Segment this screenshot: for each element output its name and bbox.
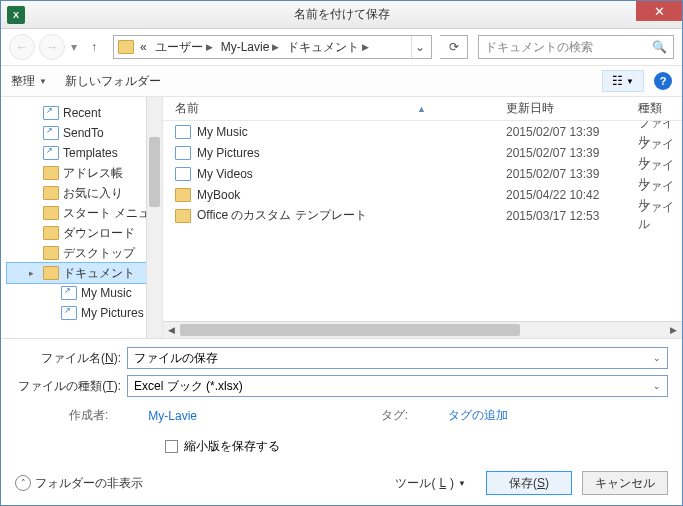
shortcut-icon <box>175 167 191 181</box>
tree-item[interactable]: Templates <box>7 143 162 163</box>
up-button[interactable]: ↑ <box>83 36 105 58</box>
folder-icon <box>43 206 59 220</box>
tree-item-label: SendTo <box>63 126 104 140</box>
tree-item[interactable]: ダウンロード <box>7 223 162 243</box>
file-name: My Music <box>197 125 248 139</box>
folder-icon <box>118 40 134 54</box>
address-dropdown[interactable]: ⌄ <box>411 36 427 58</box>
file-name: My Videos <box>197 167 253 181</box>
toolbar: 整理▼ 新しいフォルダー ☷▼ ? <box>1 65 682 97</box>
tree-item-label: My Music <box>81 286 132 300</box>
hide-folders-button[interactable]: ˄ フォルダーの非表示 <box>15 475 143 492</box>
tree-item[interactable]: My Pictures <box>7 303 162 323</box>
shortcut-icon <box>43 106 59 120</box>
help-button[interactable]: ? <box>654 72 672 90</box>
window-title: 名前を付けて保存 <box>1 6 682 23</box>
breadcrumb-item[interactable]: My-Lavie▶ <box>219 40 282 54</box>
history-dropdown[interactable]: ▾ <box>71 40 77 54</box>
file-date: 2015/03/17 12:53 <box>506 209 638 223</box>
column-date[interactable]: 更新日時 <box>506 100 638 117</box>
tree-item-label: My Pictures <box>81 306 144 320</box>
folder-icon <box>175 188 191 202</box>
file-date: 2015/02/07 13:39 <box>506 167 638 181</box>
tag-value[interactable]: タグの追加 <box>448 407 508 424</box>
tree-item[interactable]: お気に入り <box>7 183 162 203</box>
save-as-dialog: X 名前を付けて保存 ✕ ← → ▾ ↑ « ユーザー▶ My-Lavie▶ ド… <box>0 0 683 506</box>
tree-item[interactable]: デスクトップ <box>7 243 162 263</box>
file-row[interactable]: My Videos2015/02/07 13:39ファイル <box>163 163 682 184</box>
file-row[interactable]: My Pictures2015/02/07 13:39ファイル <box>163 142 682 163</box>
horizontal-scrollbar[interactable]: ◀ ▶ <box>163 321 682 338</box>
folder-icon <box>175 209 191 223</box>
forward-button[interactable]: → <box>39 34 65 60</box>
search-input[interactable]: ドキュメントの検索 🔍 <box>478 35 674 59</box>
author-label: 作成者: <box>69 407 108 424</box>
excel-icon: X <box>7 6 25 24</box>
scrollbar-thumb[interactable] <box>180 324 520 336</box>
folder-tree[interactable]: RecentSendToTemplatesアドレス帳お気に入りスタート メニュー… <box>1 97 163 338</box>
new-folder-button[interactable]: 新しいフォルダー <box>65 73 161 90</box>
folder-icon <box>43 186 59 200</box>
close-button[interactable]: ✕ <box>636 1 682 21</box>
tree-scrollbar[interactable] <box>146 97 162 338</box>
bottom-bar: ˄ フォルダーの非表示 ツール(L) ▼ 保存(S) キャンセル <box>1 467 682 505</box>
column-headers[interactable]: 名前▲ 更新日時 種類 <box>163 97 682 121</box>
filename-label: ファイル名(N): <box>15 350 121 367</box>
tree-item[interactable]: アドレス帳 <box>7 163 162 183</box>
folder-icon <box>43 266 59 280</box>
tree-item-label: お気に入り <box>63 185 123 202</box>
author-value[interactable]: My-Lavie <box>148 409 197 423</box>
tree-item[interactable]: My Music <box>7 283 162 303</box>
file-row[interactable]: MyBook2015/04/22 10:42ファイル <box>163 184 682 205</box>
tree-item[interactable]: SendTo <box>7 123 162 143</box>
shortcut-icon <box>43 146 59 160</box>
file-list[interactable]: My Music2015/02/07 13:39ファイルMy Pictures2… <box>163 121 682 321</box>
file-date: 2015/02/07 13:39 <box>506 146 638 160</box>
scrollbar-thumb[interactable] <box>149 137 160 207</box>
organize-menu[interactable]: 整理▼ <box>11 73 47 90</box>
back-button[interactable]: ← <box>9 34 35 60</box>
tree-item[interactable]: Recent <box>7 103 162 123</box>
folder-icon <box>43 166 59 180</box>
tree-item[interactable]: スタート メニュー <box>7 203 162 223</box>
thumbnail-label[interactable]: 縮小版を保存する <box>184 438 280 455</box>
scroll-right-icon[interactable]: ▶ <box>665 322 682 339</box>
file-pane: 名前▲ 更新日時 種類 My Music2015/02/07 13:39ファイル… <box>163 97 682 338</box>
folder-icon <box>43 226 59 240</box>
file-row[interactable]: My Music2015/02/07 13:39ファイル <box>163 121 682 142</box>
address-bar[interactable]: « ユーザー▶ My-Lavie▶ ドキュメント▶ ⌄ <box>113 35 432 59</box>
file-name: Office のカスタム テンプレート <box>197 207 367 224</box>
folder-icon <box>43 246 59 260</box>
explorer-body: RecentSendToTemplatesアドレス帳お気に入りスタート メニュー… <box>1 97 682 338</box>
shortcut-icon <box>175 125 191 139</box>
search-placeholder: ドキュメントの検索 <box>485 39 593 56</box>
column-name[interactable]: 名前▲ <box>163 100 506 117</box>
filename-input[interactable]: ファイルの保存⌄ <box>127 347 668 369</box>
cancel-button[interactable]: キャンセル <box>582 471 668 495</box>
thumbnail-checkbox[interactable] <box>165 440 178 453</box>
refresh-button[interactable]: ⟳ <box>440 35 468 59</box>
save-button[interactable]: 保存(S) <box>486 471 572 495</box>
view-icon: ☷ <box>612 74 623 88</box>
breadcrumb-item[interactable]: ドキュメント▶ <box>285 39 371 56</box>
scroll-left-icon[interactable]: ◀ <box>163 322 180 339</box>
shortcut-icon <box>43 126 59 140</box>
breadcrumb-prefix: « <box>138 40 149 54</box>
search-icon: 🔍 <box>652 40 667 54</box>
breadcrumb-item[interactable]: ユーザー▶ <box>153 39 215 56</box>
file-date: 2015/04/22 10:42 <box>506 188 638 202</box>
view-options-button[interactable]: ☷▼ <box>602 70 644 92</box>
tree-item-label: Templates <box>63 146 118 160</box>
tree-item-label: Recent <box>63 106 101 120</box>
tree-item-label: ダウンロード <box>63 225 135 242</box>
column-type[interactable]: 種類 <box>638 100 682 117</box>
sort-indicator-icon: ▲ <box>417 104 426 114</box>
shortcut-icon <box>61 286 77 300</box>
file-row[interactable]: Office のカスタム テンプレート2015/03/17 12:53ファイル <box>163 205 682 226</box>
file-name: MyBook <box>197 188 240 202</box>
tree-item[interactable]: ▸ドキュメント <box>7 263 162 283</box>
tools-menu[interactable]: ツール(L) ▼ <box>395 475 466 492</box>
filetype-select[interactable]: Excel ブック (*.xlsx)⌄ <box>127 375 668 397</box>
tree-item-label: アドレス帳 <box>63 165 123 182</box>
nav-bar: ← → ▾ ↑ « ユーザー▶ My-Lavie▶ ドキュメント▶ ⌄ ⟳ ドキ… <box>1 29 682 65</box>
